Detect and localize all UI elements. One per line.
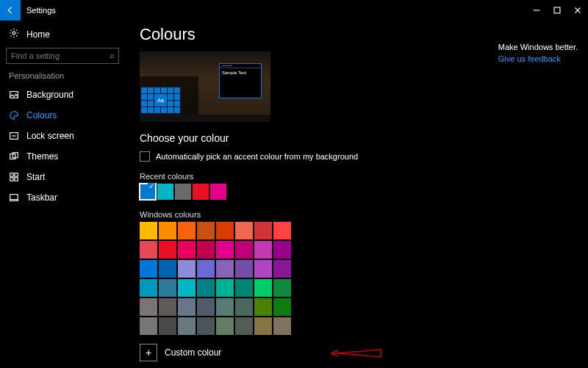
colour-swatch[interactable]	[273, 298, 291, 316]
svg-rect-0	[554, 7, 560, 13]
sidebar-item-start[interactable]: Start	[0, 167, 125, 187]
colour-swatch[interactable]	[140, 279, 157, 297]
recent-colour-swatch[interactable]	[157, 184, 173, 200]
colour-swatch[interactable]	[254, 279, 272, 297]
recent-colours-label: Recent colours	[140, 172, 588, 181]
back-button[interactable]	[0, 0, 21, 21]
preview-thumbnail: Aa Sample Text	[140, 51, 270, 122]
colour-swatch[interactable]	[159, 222, 176, 239]
windows-colours-grid	[140, 222, 588, 335]
colour-swatch[interactable]	[178, 260, 196, 278]
picture-icon	[9, 90, 19, 100]
arrow-left-icon	[5, 5, 15, 15]
colour-swatch[interactable]	[235, 279, 253, 297]
colour-swatch[interactable]	[178, 317, 196, 335]
colour-swatch[interactable]	[216, 317, 234, 335]
sidebar-item-label: Taskbar	[26, 192, 57, 203]
svg-point-1	[12, 32, 15, 35]
svg-rect-6	[10, 173, 13, 176]
colour-swatch[interactable]	[254, 241, 272, 259]
colour-swatch[interactable]	[254, 222, 272, 239]
minimize-button[interactable]	[526, 0, 547, 21]
colour-swatch[interactable]	[197, 279, 215, 297]
sidebar-item-colours[interactable]: Colours	[0, 105, 125, 126]
page-title: Colours	[140, 25, 588, 44]
colour-swatch[interactable]	[140, 317, 157, 335]
colour-swatch[interactable]	[140, 260, 157, 278]
sidebar: Home ⌕ Personalisation Background Colour…	[0, 21, 125, 368]
colour-swatch[interactable]	[273, 222, 291, 239]
maximize-button[interactable]	[547, 0, 567, 21]
colour-swatch[interactable]	[235, 260, 253, 278]
recent-colour-swatch[interactable]	[140, 184, 156, 200]
auto-pick-label: Automatically pick an accent colour from…	[156, 152, 358, 161]
colour-swatch[interactable]	[235, 298, 253, 316]
colour-swatch[interactable]	[254, 317, 272, 335]
search-input[interactable]	[6, 48, 119, 64]
colour-swatch[interactable]	[178, 241, 196, 259]
colour-swatch[interactable]	[178, 298, 196, 316]
custom-colour-row[interactable]: + Custom colour	[140, 344, 588, 361]
windows-colours-label: Windows colours	[140, 210, 588, 219]
close-icon	[573, 5, 583, 15]
colour-swatch[interactable]	[178, 222, 196, 239]
auto-pick-row[interactable]: Automatically pick an accent colour from…	[140, 151, 588, 162]
colour-swatch[interactable]	[159, 279, 176, 297]
recent-colours-row	[140, 184, 588, 200]
colour-swatch[interactable]	[235, 317, 253, 335]
feedback-link[interactable]: Give us feedback	[498, 54, 578, 63]
close-button[interactable]	[567, 0, 588, 21]
checkbox-icon[interactable]	[140, 151, 150, 162]
search-box[interactable]: ⌕	[6, 48, 119, 64]
colour-swatch[interactable]	[216, 298, 234, 316]
recent-colour-swatch[interactable]	[210, 184, 226, 200]
sidebar-item-themes[interactable]: Themes	[0, 146, 125, 167]
colour-swatch[interactable]	[216, 241, 234, 259]
preview-sample-text: Sample Text	[222, 71, 246, 75]
colour-swatch[interactable]	[197, 260, 215, 278]
sidebar-item-label: Start	[26, 172, 45, 182]
colour-swatch[interactable]	[159, 241, 176, 259]
colour-swatch[interactable]	[216, 260, 234, 278]
colour-swatch[interactable]	[140, 298, 157, 316]
feedback-panel: Make Windows better. Give us feedback	[498, 43, 578, 63]
sidebar-item-lockscreen[interactable]: Lock screen	[0, 126, 125, 146]
maximize-icon	[552, 5, 562, 15]
home-nav[interactable]: Home	[0, 25, 125, 48]
colour-swatch[interactable]	[197, 298, 215, 316]
colour-swatch[interactable]	[216, 279, 234, 297]
recent-colour-swatch[interactable]	[193, 184, 209, 200]
colour-swatch[interactable]	[273, 241, 291, 259]
titlebar: Settings	[0, 0, 588, 21]
colour-swatch[interactable]	[159, 317, 176, 335]
recent-colour-swatch[interactable]	[175, 184, 191, 200]
colour-swatch[interactable]	[273, 279, 291, 297]
colour-swatch[interactable]	[197, 222, 215, 239]
minimize-icon	[531, 5, 542, 15]
plus-icon[interactable]: +	[140, 344, 157, 361]
colour-swatch[interactable]	[178, 279, 196, 297]
palette-icon	[9, 110, 19, 120]
colour-swatch[interactable]	[216, 222, 234, 239]
sidebar-item-taskbar[interactable]: Taskbar	[0, 187, 125, 208]
colour-swatch[interactable]	[273, 260, 291, 278]
preview-window: Sample Text	[219, 63, 262, 98]
lock-icon	[9, 131, 19, 141]
colour-swatch[interactable]	[254, 260, 272, 278]
colour-swatch[interactable]	[197, 241, 215, 259]
category-header: Personalisation	[0, 71, 125, 84]
colour-swatch[interactable]	[273, 317, 291, 335]
colour-swatch[interactable]	[254, 298, 272, 316]
sidebar-item-background[interactable]: Background	[0, 84, 125, 105]
colour-swatch[interactable]	[140, 241, 157, 259]
colour-swatch[interactable]	[140, 222, 157, 239]
colour-swatch[interactable]	[197, 317, 215, 335]
colour-swatch[interactable]	[235, 222, 253, 239]
colour-swatch[interactable]	[159, 260, 176, 278]
colour-swatch[interactable]	[159, 298, 176, 316]
sidebar-item-label: Background	[26, 90, 74, 100]
svg-rect-9	[15, 178, 18, 181]
app-title: Settings	[21, 6, 56, 15]
colour-swatch[interactable]	[235, 241, 253, 259]
sidebar-item-label: Themes	[26, 151, 58, 162]
